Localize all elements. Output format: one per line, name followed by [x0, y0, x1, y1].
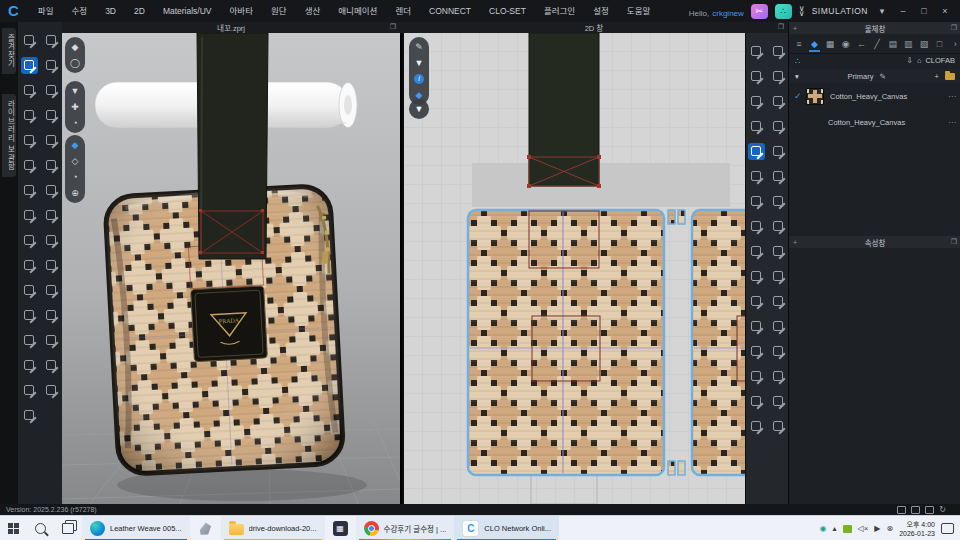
section-edit-icon[interactable]: ✎ — [880, 72, 886, 81]
tool-icon[interactable] — [770, 343, 787, 360]
tab-topstitch[interactable]: ╱ — [869, 35, 885, 52]
tool-icon[interactable] — [770, 268, 787, 285]
tool-icon[interactable] — [21, 132, 38, 149]
tool-icon[interactable] — [770, 93, 787, 110]
info-icon[interactable]: i — [414, 74, 424, 84]
tray-pointer-icon[interactable]: ▶ — [874, 524, 880, 533]
fabric-swatch[interactable] — [806, 88, 824, 105]
menu-edit[interactable]: 수정 — [62, 0, 96, 22]
menu-fabric[interactable]: 원단 — [262, 0, 296, 22]
tool-icon[interactable] — [748, 293, 765, 310]
tool-icon[interactable] — [748, 268, 765, 285]
refresh-icon[interactable]: ↻ — [939, 505, 946, 514]
tab-graphic[interactable]: ▦ — [822, 35, 838, 52]
tool-icon[interactable] — [748, 168, 765, 185]
task-view-button[interactable] — [54, 516, 82, 540]
tray-app-icon[interactable]: ◉ — [820, 524, 827, 533]
taskbar-app-chrome[interactable]: 수강후기 글수정 | ... — [356, 516, 455, 540]
tool-icon[interactable] — [43, 282, 60, 299]
tool-icon[interactable] — [21, 82, 38, 99]
add-fabric-icon[interactable]: + — [935, 72, 939, 81]
tool-icon[interactable] — [43, 207, 60, 224]
tool-icon[interactable] — [43, 257, 60, 274]
tool-icon[interactable] — [770, 43, 787, 60]
tool-icon[interactable] — [748, 43, 765, 60]
tab-binding[interactable]: □ — [932, 35, 948, 52]
menu-2d[interactable]: 2D — [125, 0, 154, 22]
taskbar-app-paint3d[interactable] — [190, 516, 221, 540]
tool-icon[interactable] — [770, 168, 787, 185]
dock-add-icon[interactable]: + — [793, 25, 797, 32]
tool-icon[interactable] — [43, 232, 60, 249]
menu-render[interactable]: 렌더 — [386, 0, 420, 22]
menu-file[interactable]: 파일 — [29, 0, 63, 22]
tool-icon[interactable] — [43, 107, 60, 124]
viewport-2d[interactable]: ✎ ▼ i ◆ ▼ — [402, 33, 747, 504]
avatar-hide-icon[interactable]: ◯ — [70, 58, 80, 68]
tool-icon[interactable] — [43, 357, 60, 374]
tray-sync-icon[interactable]: ⊗ — [886, 524, 893, 533]
menu-help[interactable]: 도움말 — [618, 0, 659, 22]
garment-toggle-icon[interactable]: ▼ — [415, 104, 424, 114]
physical-property-icon[interactable]: ∴ — [795, 56, 801, 66]
menu-avatar[interactable]: 아바타 — [221, 0, 262, 22]
tool-icon[interactable] — [748, 393, 765, 410]
tool-icon[interactable] — [770, 393, 787, 410]
tool-icon[interactable] — [770, 368, 787, 385]
viewport-3d[interactable]: PRADA ◆ ◯ — [62, 33, 400, 504]
window3d-float-icon[interactable]: ❐ — [390, 23, 396, 31]
notification-center-icon[interactable] — [941, 523, 954, 534]
taskbar-app-edge[interactable]: Leather Weave 005... — [82, 516, 190, 540]
tool-icon[interactable] — [21, 332, 38, 349]
fabric-shade-icon[interactable]: ◇ — [72, 156, 79, 166]
menu-plugin[interactable]: 플러그인 — [535, 0, 584, 22]
close-button[interactable]: × — [938, 6, 952, 16]
mannequin-icon[interactable]: ◔ — [72, 118, 77, 128]
menu-production[interactable]: 생산 — [296, 0, 330, 22]
menu-settings[interactable]: 설정 — [584, 0, 618, 22]
fabric-row-1[interactable]: ✓ Cotton_Heavy_Canvas ⋯ — [789, 84, 960, 108]
tool-icon[interactable] — [43, 332, 60, 349]
fabric-section-header[interactable]: ▾ Primary ✎ + — [789, 69, 960, 83]
folder-icon[interactable] — [945, 73, 955, 80]
pin-icon[interactable]: ✚ — [71, 102, 79, 112]
tool-icon[interactable] — [43, 132, 60, 149]
tool-icon[interactable] — [21, 382, 38, 399]
tool-icon[interactable] — [21, 232, 38, 249]
garment-white-icon[interactable]: ▼ — [415, 58, 424, 68]
minimize-button[interactable]: – — [896, 6, 910, 16]
tool-icon[interactable] — [748, 118, 765, 135]
tool-icon[interactable] — [43, 82, 60, 99]
tool-icon[interactable] — [748, 318, 765, 335]
tool-icon[interactable] — [748, 193, 765, 210]
property-editor-float-icon[interactable]: ❐ — [951, 238, 957, 246]
menu-connect[interactable]: CONNECT — [420, 0, 480, 22]
fabric-more-icon[interactable]: ⋯ — [948, 118, 956, 127]
brand-patch[interactable]: PRADA — [191, 286, 268, 362]
tool-icon[interactable] — [748, 368, 765, 385]
tool-icon[interactable] — [770, 243, 787, 260]
tool-icon[interactable] — [21, 157, 38, 174]
tool-icon[interactable] — [21, 57, 38, 74]
tool-icon[interactable] — [21, 207, 38, 224]
property-editor-titlebar[interactable]: + 속성창 ❐ — [789, 236, 960, 248]
taskbar-app-folder[interactable]: drive-download-20... — [221, 516, 325, 540]
hanger-icon[interactable]: ⌂ — [917, 56, 922, 65]
restore-button[interactable]: □ — [917, 6, 931, 16]
layout-split-icon[interactable] — [911, 506, 920, 514]
tool-icon[interactable] — [770, 293, 787, 310]
start-button[interactable] — [0, 516, 27, 540]
layout-quad-icon[interactable] — [925, 506, 934, 514]
taskbar-clock[interactable]: 오후 4:00 2026-01-23 — [899, 520, 935, 538]
tool-icon[interactable] — [43, 57, 60, 74]
tool-icon[interactable] — [43, 307, 60, 324]
menu-materials-uv[interactable]: Materials/UV — [154, 0, 221, 22]
mode-dropdown-caret[interactable]: ▾ — [875, 6, 889, 16]
tab-buttonhole[interactable]: ← — [854, 35, 870, 52]
tool-icon[interactable] — [21, 257, 38, 274]
tray-nvidia-icon[interactable] — [843, 525, 852, 533]
tool-icon[interactable] — [43, 157, 60, 174]
dock-add-icon[interactable]: + — [793, 239, 797, 246]
tray-volume-muted-icon[interactable]: ◁× — [858, 524, 869, 533]
tools-quick-button[interactable]: ✂ — [751, 4, 768, 19]
